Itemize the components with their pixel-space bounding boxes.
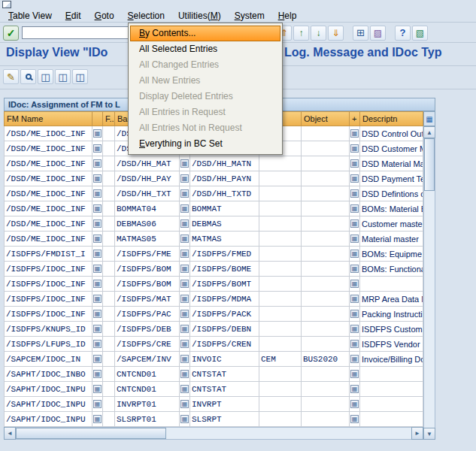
value-help-button[interactable]: ▦	[350, 232, 360, 247]
table-row[interactable]: /SAPCEM/IDOC_IN ▦ /SAPCEM/INV ▦ INVOIC C…	[4, 352, 423, 367]
value-help-button[interactable]: ▦	[180, 171, 190, 186]
value-help-button[interactable]: ▦	[180, 156, 190, 171]
value-help-button[interactable]: ▦	[350, 141, 360, 156]
menubar-item-utilities-m[interactable]: Utilities(M)	[171, 10, 228, 22]
value-help-button[interactable]: ▦	[92, 412, 103, 427]
value-help-button[interactable]: ▦	[350, 201, 360, 216]
value-help-button[interactable]: ▦	[350, 292, 360, 307]
table-row[interactable]: /ISDFPS/IDOC_INF ▦ /ISDFPS/BOM ▦ /ISDFPS…	[4, 277, 423, 292]
table-row[interactable]: /SAPHT/IDOC_INPU ▦ CNTCND01 ▦ CNTSTAT ▦	[4, 382, 423, 397]
menubar-item-selection[interactable]: Selection	[121, 10, 171, 22]
value-help-button[interactable]: ▦	[180, 382, 190, 397]
table-row[interactable]: /ISDFPS/IDOC_INF ▦ /ISDFPS/PAC ▦ /ISDFPS…	[4, 307, 423, 322]
value-help-button[interactable]: ▦	[180, 277, 190, 292]
table-row[interactable]: /DSD/ME_IDOC_INF ▦ /DSD/HH_TXT ▦ /DSD/HH…	[4, 186, 423, 201]
help-button[interactable]: ?	[395, 26, 411, 41]
scroll-up-button[interactable]: ▲	[423, 126, 435, 138]
value-help-button[interactable]: ▦	[92, 201, 103, 216]
menubar-item-goto[interactable]: Goto	[88, 10, 121, 22]
value-help-button[interactable]: ▦	[350, 247, 360, 262]
value-help-button[interactable]: ▦	[92, 397, 103, 412]
value-help-button[interactable]: ▦	[92, 247, 103, 262]
menu-item-everything-in-bc-set[interactable]: Everything in BC Set	[130, 136, 280, 152]
value-help-button[interactable]: ▦	[92, 292, 103, 307]
table-row[interactable]: /ISDFPS/IDOC_INF ▦ /ISDFPS/BOM ▦ /ISDFPS…	[4, 262, 423, 277]
value-help-button[interactable]: ▦	[350, 186, 360, 201]
value-help-button[interactable]: ▦	[350, 216, 360, 232]
table-row[interactable]: /ISDFPS/FMDIST_I ▦ /ISDFPS/FME ▦ /ISDFPS…	[4, 247, 423, 262]
scroll-left-button[interactable]: ◄	[4, 427, 16, 440]
value-help-button[interactable]: ▦	[180, 247, 190, 262]
col-header-object[interactable]: Object	[302, 111, 350, 126]
table-row[interactable]: /ISDFPS/LFUPS_ID ▦ /ISDFPS/CRE ▦ /ISDFPS…	[4, 337, 423, 352]
customize-button[interactable]: ▧	[412, 26, 428, 41]
value-help-button[interactable]: ▦	[92, 352, 103, 367]
table-row[interactable]: /DSD/ME_IDOC_INF ▦ /DSD/HH_PAY ▦ /DSD/HH…	[4, 171, 423, 186]
col-header-f[interactable]: F..	[103, 111, 115, 126]
menubar-item-table-view[interactable]: Table View	[2, 10, 59, 22]
value-help-button[interactable]: ▦	[350, 156, 360, 171]
value-help-button[interactable]: ▦	[350, 367, 360, 382]
last-page-button[interactable]: ⇓	[328, 26, 344, 41]
value-help-button[interactable]: ▦	[180, 367, 190, 382]
value-help-button[interactable]: ▦	[92, 186, 103, 201]
value-help-button[interactable]: ▦	[180, 292, 190, 307]
value-help-button[interactable]: ▦	[180, 322, 190, 337]
col-header-icon[interactable]	[92, 111, 103, 126]
menu-item-by-contents[interactable]: By Contents...	[130, 26, 280, 41]
col-header-fm-name[interactable]: FM Name	[4, 111, 92, 126]
value-help-button[interactable]: ▦	[180, 186, 190, 201]
table-row[interactable]: /ISDFPS/KNUPS_ID ▦ /ISDFPS/DEB ▦ /ISDFPS…	[4, 322, 423, 337]
value-help-button[interactable]: ▦	[180, 201, 190, 216]
value-help-button[interactable]: ▦	[350, 307, 360, 322]
horizontal-scroll-thumb[interactable]	[16, 428, 166, 439]
table-row[interactable]: /SAPHT/IDOC_INBO ▦ CNTCND01 ▦ CNTSTAT ▦	[4, 367, 423, 382]
table-row[interactable]: /ISDFPS/IDOC_INF ▦ /ISDFPS/MAT ▦ /ISDFPS…	[4, 292, 423, 307]
col-header-descriptn[interactable]: Descriptn	[360, 111, 423, 126]
value-help-button[interactable]: ▦	[350, 382, 360, 397]
book-button-1[interactable]: ◫	[38, 69, 53, 84]
value-help-button[interactable]: ▦	[92, 171, 103, 186]
scroll-down-button[interactable]: ▼	[423, 428, 435, 440]
value-help-button[interactable]: ▦	[180, 216, 190, 232]
value-help-button[interactable]: ▦	[180, 262, 190, 277]
scroll-right-button[interactable]: ►	[411, 427, 423, 440]
value-help-button[interactable]: ▦	[180, 352, 190, 367]
value-help-button[interactable]: ▦	[350, 277, 360, 292]
menubar-item-system[interactable]: System	[228, 10, 271, 22]
value-help-button[interactable]: ▦	[92, 307, 103, 322]
value-help-button[interactable]: ▦	[350, 262, 360, 277]
value-help-button[interactable]: ▦	[92, 141, 103, 156]
value-help-button[interactable]: ▦	[180, 232, 190, 247]
value-help-button[interactable]: ▦	[92, 232, 103, 247]
table-row[interactable]: /DSD/ME_IDOC_INF ▦ BOMMAT04 ▦ BOMMAT ▦ B…	[4, 201, 423, 216]
value-help-button[interactable]: ▦	[92, 382, 103, 397]
value-help-button[interactable]: ▦	[92, 216, 103, 232]
book-button-2[interactable]: ◫	[55, 69, 71, 84]
value-help-button[interactable]: ▦	[350, 397, 360, 412]
value-help-button[interactable]: ▦	[92, 262, 103, 277]
table-row[interactable]: /SAPHT/IDOC_INPU ▦ SLSRPT01 ▦ SLSRPT ▦	[4, 412, 423, 427]
value-help-button[interactable]: ▦	[92, 277, 103, 292]
value-help-button[interactable]: ▦	[350, 126, 360, 141]
new-session-button[interactable]: ⊞	[353, 26, 368, 41]
table-row[interactable]: /DSD/ME_IDOC_INF ▦ DEBMAS06 ▦ DEBMAS ▦ C…	[4, 216, 423, 232]
value-help-button[interactable]: ▦	[92, 156, 103, 171]
value-help-button[interactable]: ▦	[350, 337, 360, 352]
table-row[interactable]: /DSD/ME_IDOC_INF ▦ MATMAS05 ▦ MATMAS ▦ M…	[4, 232, 423, 247]
value-help-button[interactable]: ▦	[180, 307, 190, 322]
table-row[interactable]: /SAPHT/IDOC_INPU ▦ INVRPT01 ▦ INVRPT ▦	[4, 397, 423, 412]
value-help-button[interactable]: ▦	[180, 337, 190, 352]
value-help-button[interactable]: ▦	[350, 412, 360, 427]
page-down-button[interactable]: ↓	[311, 26, 326, 41]
page-up-button[interactable]: ↑	[293, 26, 309, 41]
book-button-3[interactable]: ◫	[72, 69, 88, 84]
value-help-button[interactable]: ▦	[92, 367, 103, 382]
value-help-button[interactable]: ▦	[350, 171, 360, 186]
shortcut-button[interactable]: ▨	[370, 26, 386, 41]
change-display-button[interactable]: ✎	[3, 69, 19, 84]
value-help-button[interactable]: ▦	[180, 397, 190, 412]
magnifier-button[interactable]	[20, 69, 36, 84]
value-help-button[interactable]: ▦	[350, 322, 360, 337]
value-help-button[interactable]: ▦	[180, 412, 190, 427]
